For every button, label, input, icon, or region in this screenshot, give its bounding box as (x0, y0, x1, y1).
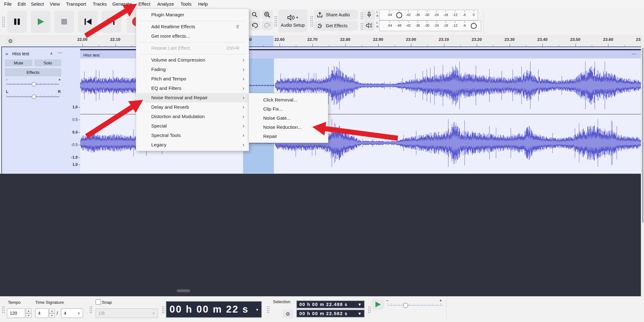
dropdown-arrow-icon[interactable]: ▾ (256, 307, 258, 312)
skip-to-start-button[interactable] (78, 11, 97, 33)
menu-item-repeat-last-effect[interactable]: Repeat Last EffectCtrl+R (137, 43, 248, 53)
meter-tick (464, 11, 465, 12)
menu-item-plugin-manager[interactable]: Plugin Manager (137, 10, 248, 19)
stop-button[interactable] (54, 11, 74, 33)
menu-item-get-more-effects[interactable]: Get more effects... (137, 31, 248, 41)
menubar-item-tracks[interactable]: Tracks (92, 0, 108, 8)
tempo-spinner[interactable]: ▲▼ (26, 308, 31, 318)
play-meter-speaker-button[interactable] (364, 20, 375, 30)
menubar-item-analyze[interactable]: Analyze (156, 0, 175, 8)
spin-up-icon[interactable]: ▲ (49, 308, 55, 313)
time-signature-toolbar-grip[interactable] (2, 306, 5, 314)
menu-item-spectral-tools[interactable]: Spectral Tools› (137, 131, 248, 140)
pause-button[interactable] (7, 11, 27, 33)
menu-item-legacy[interactable]: Legacy› (137, 140, 248, 150)
redo-button[interactable] (262, 21, 273, 30)
share-audio-button[interactable]: Share Audio (314, 10, 358, 20)
close-track-icon[interactable]: × (5, 51, 8, 57)
menu-item-distortion-and-modulation[interactable]: Distortion and Modulation› (137, 112, 248, 121)
menubar-item-edit[interactable]: Edit (16, 0, 27, 8)
selection-start-field[interactable]: 00 h 00 m 22.488 s ▼ (296, 300, 365, 308)
vertical-scale-ruler[interactable]: 1.00.50.0-0.5-1.01.00.50.0-0.5-1.0 (64, 47, 80, 173)
vertical-scrollbar-thumb[interactable] (642, 48, 643, 222)
menu-item-special[interactable]: Special› (137, 121, 248, 131)
selection-options-button[interactable]: ⚙ (283, 310, 293, 318)
chevron-down-icon: ∨ (152, 311, 155, 315)
spin-down-icon[interactable]: ▼ (49, 313, 55, 318)
submenu-item-noise-gate[interactable]: Noise Gate... (249, 113, 327, 123)
meter-volume-thumb[interactable] (396, 12, 402, 18)
timeline-options-button[interactable]: ⚙ (6, 37, 15, 46)
selection-toolbar-grip[interactable] (267, 306, 269, 314)
share-audio-label: Share Audio (326, 12, 350, 17)
menu-item-eq-and-filters[interactable]: EQ and Filters› (137, 84, 248, 93)
snap-toolbar-grip[interactable] (89, 306, 92, 314)
audio-position-display[interactable]: 00 h 00 m 22 s ▾ (166, 301, 262, 318)
play-at-speed-grip[interactable] (368, 306, 371, 314)
vertical-scrollbar[interactable] (641, 35, 644, 296)
spin-up-icon[interactable]: ▲ (26, 308, 31, 313)
gain-slider-thumb[interactable] (32, 82, 36, 86)
track-menu-icon[interactable]: ⋯ (58, 50, 63, 56)
menu-item-fading[interactable]: Fading› (137, 65, 248, 74)
selection-end-field[interactable]: 00 h 00 m 22.582 s ▼ (296, 309, 365, 318)
solo-button[interactable]: Solo (34, 59, 61, 66)
meter-volume-thumb[interactable] (471, 23, 477, 29)
menubar-item-tools[interactable]: Tools (179, 0, 193, 8)
menu-item-noise-removal-and-repair[interactable]: Noise Removal and Repair› (137, 93, 248, 102)
spin-down-icon[interactable]: ▼ (26, 313, 31, 318)
menu-item-add-realtime-effects[interactable]: Add Realtime EffectsE (137, 22, 248, 31)
get-effects-button[interactable]: Get Effects (314, 21, 358, 31)
track-title[interactable]: Hiss test (12, 51, 29, 56)
effects-button[interactable]: Effects (5, 68, 61, 76)
mute-button[interactable]: Mute (5, 59, 32, 66)
horizontal-scrollbar-thumb[interactable] (177, 289, 190, 292)
undo-button[interactable] (249, 21, 260, 30)
edit-toolbar-grip[interactable] (274, 16, 277, 27)
submenu-item-click-removal[interactable]: Click Removal... (249, 95, 327, 104)
menubar-item-select[interactable]: Select (30, 0, 45, 8)
time-signature-upper-input[interactable]: 4 (35, 308, 48, 318)
snap-checkbox[interactable] (96, 299, 101, 305)
snap-dropdown[interactable]: 1/8∨ (96, 308, 158, 318)
dropdown-arrow-icon[interactable]: ▼ (358, 311, 362, 316)
menu-item-delay-and-reverb[interactable]: Delay and Reverb› (137, 102, 248, 112)
menubar-item-transport[interactable]: Transport (65, 0, 87, 8)
playback-meter[interactable]: -54-48-42-36-30-24-18-12-60 (379, 20, 481, 31)
menu-item-pitch-and-tempo[interactable]: Pitch and Tempo› (137, 74, 248, 84)
time-toolbar-grip[interactable] (162, 306, 164, 314)
recording-meter[interactable]: -54-48-42-36-30-24-18-12-60 (379, 10, 478, 20)
time-signature-lower-dropdown[interactable]: 4∨ (61, 308, 83, 318)
play-meter-grip[interactable] (360, 23, 363, 31)
play-speed-slider-thumb[interactable] (403, 303, 408, 308)
submenu-item-clip-fix[interactable]: Clip Fix... (249, 104, 327, 113)
transport-toolbar-grip[interactable] (2, 16, 5, 27)
timeline-ruler[interactable]: ⚙ 22.0022.1022.2022.3022.4022.5022.6022.… (0, 35, 644, 47)
audio-setup-button[interactable]: ▼ Audio Setup (278, 10, 308, 32)
menu-item-volume-and-compression[interactable]: Volume and Compression› (137, 55, 248, 65)
clip-menu-icon[interactable]: ⋯ (631, 51, 637, 57)
pan-slider-thumb[interactable] (32, 95, 36, 99)
tempo-input[interactable]: 120 (7, 308, 25, 318)
submenu-item-repair[interactable]: Repair (249, 132, 327, 141)
record-meter-mic-button[interactable] (364, 10, 375, 20)
share-toolbar-grip[interactable] (310, 16, 313, 27)
stop-icon (61, 19, 67, 25)
collapse-track-icon[interactable]: ∧ (50, 51, 53, 56)
skip-to-end-button[interactable] (102, 11, 121, 33)
time-signature-separator: / (57, 310, 58, 316)
menubar-item-generate[interactable]: Generate (111, 0, 133, 8)
time-signature-spinner[interactable]: ▲▼ (49, 308, 55, 318)
zoom-fit-button[interactable] (262, 10, 273, 19)
play-at-speed-button[interactable] (372, 299, 384, 310)
zoom-toggle-button[interactable] (249, 10, 260, 19)
dropdown-arrow-icon[interactable]: ▼ (358, 302, 362, 307)
submenu-item-noise-reduction[interactable]: Noise Reduction... (249, 123, 327, 132)
menubar-item-effect[interactable]: Effect (137, 0, 152, 8)
record-meter-grip[interactable] (360, 12, 363, 20)
menubar-item-view[interactable]: View (48, 0, 61, 8)
menubar-item-file[interactable]: File (3, 0, 13, 8)
play-speed-slider[interactable] (387, 305, 443, 306)
play-button[interactable] (31, 11, 50, 33)
menubar-item-help[interactable]: Help (197, 0, 209, 8)
